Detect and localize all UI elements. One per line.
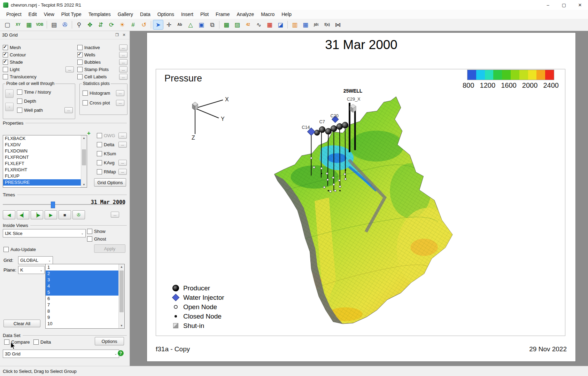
property-item[interactable]: FLXFRONT	[3, 154, 81, 160]
adjust-tool-button[interactable]: ✛	[164, 20, 174, 30]
zone-edit-button[interactable]: ▨	[232, 20, 242, 30]
tile-frames-button[interactable]: ▣	[196, 20, 207, 30]
help-button[interactable]: ?	[118, 350, 124, 356]
xy-plot-button[interactable]: XY	[13, 20, 23, 30]
auto-update-checkbox[interactable]: Auto-Update	[3, 247, 36, 252]
redraw-button[interactable]: ↺	[139, 20, 149, 30]
data-table-button[interactable]: ▦	[300, 20, 311, 30]
menu-plot[interactable]: Plot	[197, 10, 212, 18]
more-options-button[interactable]: ...	[65, 66, 74, 72]
translucency-checkbox[interactable]: Translucency	[3, 74, 37, 79]
jump-start-button[interactable]: ◀	[3, 210, 15, 219]
property-item[interactable]: FLXBACK	[3, 135, 81, 142]
rotate-tool-button[interactable]: ⟳	[106, 20, 117, 30]
more-options-button[interactable]: ...	[116, 90, 124, 96]
add-property-button[interactable]: +	[87, 130, 91, 136]
plane-item[interactable]: 3	[46, 277, 118, 283]
maximize-button[interactable]: ▢	[556, 0, 572, 10]
text-tool-button[interactable]: Ab	[175, 20, 185, 30]
menu-project[interactable]: Project	[3, 10, 25, 18]
separator[interactable]	[70, 20, 74, 30]
menu-help[interactable]: Help	[278, 10, 295, 18]
property-item[interactable]: FLXDIV	[3, 142, 81, 148]
cell-labels-checkbox[interactable]: Cell Labels	[77, 74, 107, 79]
clear-all-button[interactable]: Clear All	[3, 320, 40, 327]
valve-button[interactable]: ⋈	[333, 20, 343, 30]
separator[interactable]	[45, 20, 48, 30]
show-checkbox[interactable]: Show	[87, 229, 106, 234]
plane-item[interactable]: 8	[46, 308, 118, 314]
more-options-button[interactable]: ...	[119, 52, 127, 58]
paste-frame-button[interactable]: ⧉	[207, 20, 217, 30]
property-item[interactable]: PRESSURE	[3, 179, 81, 186]
property-item[interactable]: FLXUP	[3, 173, 81, 179]
menu-plot-type[interactable]: Plot Type	[58, 10, 85, 18]
separator[interactable]	[149, 20, 153, 30]
contour-checkbox[interactable]: Contour	[3, 52, 26, 57]
delta-property-checkbox[interactable]: Delta	[97, 142, 114, 147]
more-options-button[interactable]: ...	[119, 66, 127, 72]
plane-item[interactable]: 10	[46, 321, 118, 327]
kavg-checkbox[interactable]: KAvg	[97, 160, 115, 165]
menu-gallery[interactable]: Gallery	[114, 10, 137, 18]
select-tool-button[interactable]: ➤	[153, 20, 163, 30]
stop-button[interactable]: ■	[59, 210, 71, 219]
options-button[interactable]: Options	[95, 337, 124, 345]
plot-frame[interactable]: 31 Mar 2000 Pressure	[147, 33, 575, 361]
fit-view-button[interactable]: ✥	[85, 20, 95, 30]
play-button[interactable]: ▶	[45, 210, 57, 219]
plane-scrollbar[interactable]: ▲ ▼	[118, 264, 124, 328]
integrate-button[interactable]: ∫dτ	[311, 20, 322, 30]
scrollbar-thumb[interactable]	[119, 271, 124, 312]
scroll-down-icon[interactable]: ▼	[81, 182, 87, 187]
apply-button[interactable]: Apply	[94, 244, 125, 253]
time-history-checkbox[interactable]: Time / history	[17, 89, 51, 95]
inside-views-dropdown[interactable]: IJK Slice ⌄	[3, 229, 86, 237]
mesh-checkbox[interactable]: Mesh	[3, 45, 21, 50]
step-back-button[interactable]: ◀▏	[17, 210, 29, 219]
new-file-button[interactable]: ▢	[2, 20, 13, 30]
more-options-button[interactable]: ...	[119, 59, 127, 65]
scroll-up-icon[interactable]: ▲	[119, 264, 124, 269]
scrollbar-thumb[interactable]	[82, 149, 86, 165]
owg-checkbox[interactable]: OWG	[97, 133, 115, 138]
property-item[interactable]: FLXDOWN	[3, 148, 81, 154]
animate-export-button[interactable]: ✇	[72, 210, 85, 219]
more-options-button[interactable]: ...	[64, 107, 73, 113]
grid-options-button[interactable]: Grid Options	[94, 178, 126, 187]
menu-templates[interactable]: Templates	[85, 10, 114, 18]
step-forward-button[interactable]: ▕▶	[31, 210, 43, 219]
vdb-plot-button[interactable]: VDB	[34, 20, 45, 30]
close-button[interactable]: ✕	[572, 0, 588, 10]
zone-number-button[interactable]: 42	[243, 20, 253, 30]
property-item[interactable]: FLXLEFT	[3, 160, 81, 167]
plane-item[interactable]: 7	[46, 302, 118, 308]
print-button[interactable]: ▤	[49, 20, 59, 30]
more-options-button[interactable]: ...	[116, 100, 124, 106]
stamp-plots-checkbox[interactable]: Stamp Plots	[77, 67, 109, 72]
plane-dropdown[interactable]: K ⌄	[18, 266, 45, 274]
lighting-button[interactable]: ☀	[117, 20, 127, 30]
panel-close-button[interactable]: ✕	[121, 33, 127, 37]
plane-item[interactable]: 6	[46, 296, 118, 302]
snap-grid-button[interactable]: #	[128, 20, 138, 30]
depth-checkbox[interactable]: Depth	[17, 99, 36, 104]
more-options-button[interactable]: ...	[119, 74, 127, 80]
save-button[interactable]: ✇	[60, 20, 70, 30]
axis-tool-button[interactable]: ⇵	[95, 20, 106, 30]
bubbles-checkbox[interactable]: Bubbles	[77, 60, 101, 65]
properties-scrollbar[interactable]: ▲ ▼	[81, 135, 87, 187]
menu-data[interactable]: Data	[137, 10, 154, 18]
times-more-button[interactable]: ...	[111, 212, 119, 218]
plane-item[interactable]: 4	[46, 283, 118, 289]
menu-frame[interactable]: Frame	[212, 10, 233, 18]
grid-dropdown[interactable]: GLOBAL ⌄	[18, 256, 53, 264]
probe-well-icon[interactable]: ▫	[5, 103, 14, 111]
scroll-down-icon[interactable]: ▼	[119, 323, 124, 328]
shade-checkbox[interactable]: Shade	[3, 60, 23, 65]
function-button[interactable]: f(x)	[322, 20, 332, 30]
menu-edit[interactable]: Edit	[25, 10, 40, 18]
histogram-checkbox[interactable]: Histogram	[83, 91, 110, 96]
more-options-button[interactable]: ...	[118, 142, 127, 148]
ghost-checkbox[interactable]: Ghost	[87, 236, 106, 242]
